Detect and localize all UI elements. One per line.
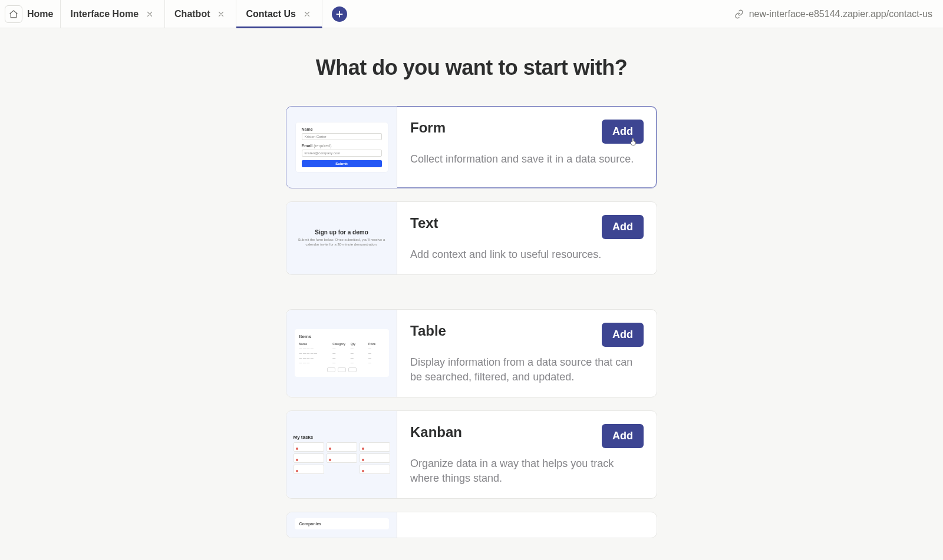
tab-interface-home[interactable]: Interface Home <box>61 0 165 28</box>
card-table[interactable]: Items NameCategoryQtyPrice — — — ———— — … <box>286 309 657 397</box>
card-text[interactable]: Sign up for a demo Submit the form below… <box>286 201 657 275</box>
thumb-text-preview: Sign up for a demo Submit the form below… <box>295 229 389 247</box>
tab-label: Contact Us <box>246 9 295 19</box>
card-body: Kanban Add Organize data in a way that h… <box>397 411 657 498</box>
thumb-table-row: — — — ———— <box>299 346 384 351</box>
url-text: new-interface-e85144.zapier.app/contact-… <box>749 9 932 19</box>
thumb-heading: Sign up for a demo <box>295 229 389 236</box>
card-body <box>397 512 657 538</box>
tab-chatbot[interactable]: Chatbot <box>165 0 236 28</box>
thumb-field: kristen@company.com <box>302 150 382 157</box>
card-title: Table <box>410 323 446 339</box>
card-desc: Add context and link to useful resources… <box>410 247 644 263</box>
thumb-pager <box>299 367 384 372</box>
thumb-paragraph: Submit the form below. Once submitted, y… <box>295 238 389 247</box>
thumb-heading: My tasks <box>294 435 390 440</box>
thumb-table-row: — — — ———— <box>299 356 384 360</box>
card-kanban[interactable]: My tasks Kanban Add Organize data in a w… <box>286 410 657 499</box>
add-tab-button[interactable] <box>332 6 347 22</box>
card-desc: Display information from a data source t… <box>410 355 644 385</box>
close-icon[interactable] <box>216 9 226 19</box>
card-thumb-kanban: My tasks <box>286 411 397 498</box>
card-next[interactable]: Companies <box>286 512 657 538</box>
tab-contact-us[interactable]: Contact Us <box>236 0 322 28</box>
card-header-row: Text Add <box>410 215 644 239</box>
card-header-row: Form Add <box>410 120 644 144</box>
card-title: Form <box>410 120 446 136</box>
card-thumb-text: Sign up for a demo Submit the form below… <box>286 202 397 274</box>
thumb-kanban-cols <box>294 442 390 474</box>
cursor-icon <box>629 137 638 145</box>
tab-label: Interface Home <box>70 9 139 19</box>
card-desc: Collect information and save it in a dat… <box>410 152 644 167</box>
add-button-table[interactable]: Add <box>602 323 644 347</box>
thumb-form-preview: Name Kristen Carter Email (required) kri… <box>296 122 388 172</box>
main-content: What do you want to start with? Name Kri… <box>0 28 943 538</box>
card-body: Text Add Add context and link to useful … <box>397 202 657 274</box>
card-title: Text <box>410 215 438 231</box>
thumb-heading: Companies <box>295 518 389 529</box>
top-tab-bar: Home Interface Home Chatbot Contact Us n… <box>0 0 943 28</box>
thumb-label: Email (required) <box>302 144 382 148</box>
card-thumb-table: Items NameCategoryQtyPrice — — — ———— — … <box>286 310 397 397</box>
close-icon[interactable] <box>144 9 155 19</box>
component-card-list: Name Kristen Carter Email (required) kri… <box>286 106 657 538</box>
add-button-kanban[interactable]: Add <box>602 424 644 448</box>
thumb-field: Kristen Carter <box>302 133 382 140</box>
card-title: Kanban <box>410 424 462 440</box>
card-desc: Organize data in a way that helps you tr… <box>410 456 644 486</box>
card-header-row: Kanban Add <box>410 424 644 448</box>
link-icon <box>734 9 744 19</box>
thumb-kanban-preview: My tasks <box>294 435 390 474</box>
tab-home[interactable]: Home <box>0 0 61 28</box>
thumb-table-row: — — — — ———— <box>299 351 384 356</box>
card-thumb-next: Companies <box>286 512 397 538</box>
card-body: Table Add Display information from a dat… <box>397 310 657 397</box>
card-form[interactable]: Name Kristen Carter Email (required) kri… <box>286 106 657 188</box>
card-body: Form Add Collect information and save it… <box>397 107 657 188</box>
thumb-heading: Items <box>299 334 384 339</box>
close-icon[interactable] <box>302 9 312 19</box>
card-header-row: Table Add <box>410 323 644 347</box>
card-thumb-form: Name Kristen Carter Email (required) kri… <box>286 107 397 188</box>
thumb-table-row: — — ———— <box>299 360 384 365</box>
home-icon <box>5 5 22 23</box>
thumb-submit: Submit <box>302 160 382 167</box>
thumb-table-preview: Items NameCategoryQtyPrice — — — ———— — … <box>295 329 389 377</box>
tab-label: Chatbot <box>174 9 210 19</box>
thumb-label: Name <box>302 127 382 131</box>
add-button-text[interactable]: Add <box>602 215 644 239</box>
thumb-table-header: NameCategoryQtyPrice <box>299 342 384 346</box>
tab-home-label: Home <box>27 9 53 19</box>
spacer <box>286 288 657 296</box>
page-url[interactable]: new-interface-e85144.zapier.app/contact-… <box>734 9 943 19</box>
page-title: What do you want to start with? <box>316 55 627 80</box>
